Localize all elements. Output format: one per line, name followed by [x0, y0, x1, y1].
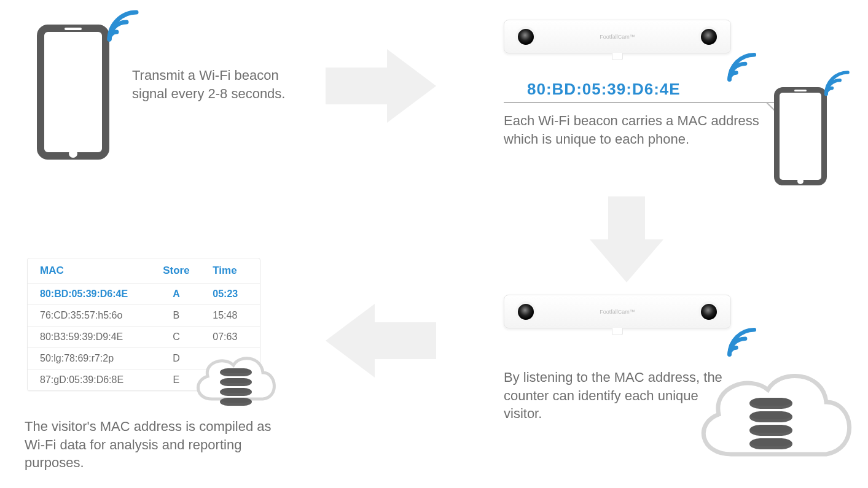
database-icon [220, 368, 252, 408]
wifi-icon [726, 324, 760, 358]
phone-icon [774, 87, 827, 185]
sensor-brand-label: FootfallCam™ [600, 309, 635, 315]
phone-icon [37, 25, 109, 160]
divider-line [504, 102, 783, 103]
flow-arrow-right-icon [326, 49, 436, 123]
cell-mac: 87:gD:05:39:D6:8E [28, 370, 149, 391]
flow-arrow-down-icon [590, 196, 663, 282]
cell-mac: 76:CD:35:57:h5:6o [28, 305, 149, 327]
wifi-icon [726, 49, 760, 83]
svg-marker-3 [590, 196, 663, 282]
svg-marker-0 [326, 49, 436, 123]
col-header-store: Store [149, 258, 205, 284]
cell-mac: 50:lg:78:69:r7:2p [28, 348, 149, 370]
step1-text: Transmit a Wi-Fi beacon signal every 2-8… [132, 66, 292, 103]
cell-store: B [149, 305, 205, 327]
cell-store: C [149, 327, 205, 348]
table-row: 76:CD:35:57:h5:6o B 15:48 [28, 305, 260, 327]
svg-marker-4 [326, 304, 436, 378]
sensor-device-icon: FootfallCam™ [504, 20, 731, 53]
cell-store: A [149, 284, 205, 305]
sensor-device-icon: FootfallCam™ [504, 295, 731, 328]
table-row: 80:B3:59:39:D9:4E C 07:63 [28, 327, 260, 348]
col-header-mac: MAC [28, 258, 149, 284]
cell-mac: 80:BD:05:39:D6:4E [28, 284, 149, 305]
mac-address-value: 80:BD:05:39:D6:4E [527, 80, 681, 99]
table-row: 80:BD:05:39:D6:4E A 05:23 [28, 284, 260, 305]
step4-text: The visitor's MAC address is compiled as… [25, 417, 283, 472]
cell-time: 07:63 [204, 327, 260, 348]
cell-mac: 80:B3:59:39:D9:4E [28, 327, 149, 348]
sensor-brand-label: FootfallCam™ [600, 34, 635, 40]
col-header-time: Time [204, 258, 260, 284]
database-icon [749, 398, 792, 452]
wifi-icon [823, 68, 853, 97]
cell-time: 15:48 [204, 305, 260, 327]
wifi-icon [106, 6, 143, 43]
step2-text: Each Wi-Fi beacon carries a MAC address … [504, 112, 762, 148]
cell-time: 05:23 [204, 284, 260, 305]
flow-arrow-left-icon [326, 304, 436, 378]
